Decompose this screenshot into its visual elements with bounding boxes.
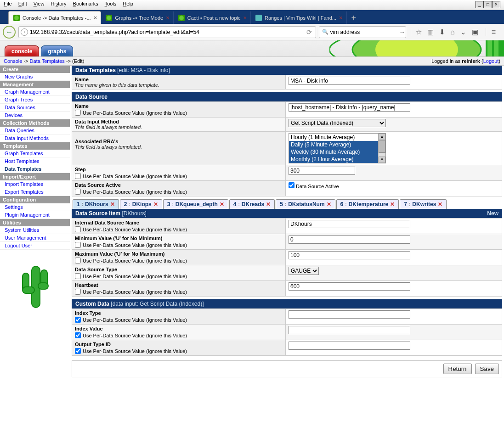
rra-option-daily[interactable]: Daily (5 Minute Average)	[289, 141, 385, 148]
sidebar-data-templates[interactable]: Data Templates	[0, 165, 70, 173]
window-close-icon[interactable]: ×	[492, 1, 500, 8]
scroll-down-icon[interactable]: ▼	[379, 157, 385, 163]
sidebar-user-management[interactable]: User Management	[0, 234, 70, 242]
checkbox-ds-active[interactable]	[289, 182, 294, 188]
sidebar-system-utilities[interactable]: System Utilities	[0, 226, 70, 234]
input-step[interactable]	[289, 167, 355, 175]
checkbox-perds-minv[interactable]	[75, 242, 81, 248]
input-index-type[interactable]	[289, 310, 410, 319]
breadcrumb-data-templates[interactable]: Data Templates	[30, 58, 65, 64]
tab-console[interactable]: console	[5, 45, 39, 56]
bookmark-star-icon[interactable]: ☆	[416, 28, 422, 36]
sidebar-settings[interactable]: Settings	[0, 203, 70, 211]
pocket-icon[interactable]: ⌄	[460, 28, 466, 36]
input-minv[interactable]	[289, 235, 410, 244]
rra-option-hourly[interactable]: Hourly (1 Minute Average)	[289, 134, 385, 141]
input-template-name[interactable]	[289, 77, 410, 85]
checkbox-perds-maxv[interactable]	[75, 258, 81, 263]
menu-help[interactable]: Help	[123, 1, 133, 9]
checkbox-perds-otid[interactable]	[75, 348, 81, 354]
checkbox-perds-active[interactable]	[75, 189, 81, 195]
checkbox-perds-idxval[interactable]	[75, 332, 81, 338]
downloads-icon[interactable]: ⬇	[439, 28, 445, 36]
menu-view[interactable]: View	[34, 1, 45, 9]
dsi-tab-7[interactable]: 7: DKwrites ✕	[400, 199, 447, 209]
save-button[interactable]: Save	[475, 364, 499, 374]
home-icon[interactable]: ⌂	[451, 28, 455, 36]
browser-tab-3[interactable]: Ranges | Vim Tips Wiki | Fand... ×	[251, 11, 347, 24]
sidebar-host-templates[interactable]: Host Templates	[0, 157, 70, 165]
close-icon[interactable]: ✕	[153, 201, 158, 207]
hamburger-menu-icon[interactable]: ≡	[486, 28, 501, 36]
checkbox-perds-name[interactable]	[75, 110, 81, 116]
new-dsi-link[interactable]: New	[487, 210, 498, 217]
dsi-tab-3[interactable]: 3: DKqueue_depth ✕	[163, 199, 228, 209]
sidebar-data-queries[interactable]: Data Queries	[0, 127, 70, 134]
bookmarks-list-icon[interactable]: ▥	[427, 28, 434, 36]
sidebar-logout-user[interactable]: Logout User	[0, 242, 70, 250]
url-bar[interactable]: i ⟳	[18, 26, 316, 38]
new-tab-icon[interactable]: +	[347, 12, 361, 24]
search-go-icon[interactable]: →	[399, 28, 406, 36]
sidebar-export-templates[interactable]: Export Templates	[0, 188, 70, 196]
menu-history[interactable]: History	[51, 1, 66, 9]
close-tab-icon[interactable]: ×	[94, 14, 97, 21]
close-tab-icon[interactable]: ×	[166, 14, 170, 21]
close-icon[interactable]: ✕	[438, 201, 442, 207]
sidebar-data-input-methods[interactable]: Data Input Methods	[0, 134, 70, 142]
sidebar-graph-management[interactable]: Graph Management	[0, 88, 70, 96]
input-hb[interactable]	[289, 282, 410, 291]
input-otid[interactable]	[289, 342, 410, 350]
browser-tab-0[interactable]: Console -> Data Templates -... ×	[8, 11, 101, 24]
scroll-up-icon[interactable]: ▲	[379, 134, 385, 140]
close-icon[interactable]: ✕	[220, 201, 224, 207]
dsi-tab-1[interactable]: 1: DKhours ✕	[73, 199, 119, 209]
select-dst[interactable]: GAUGE	[289, 267, 319, 275]
browser-tab-1[interactable]: Graphs -> Tree Mode ×	[101, 11, 173, 24]
checkbox-perds-idsn[interactable]	[75, 226, 81, 232]
checkbox-perds-step[interactable]	[75, 173, 81, 179]
sidebar-graph-trees[interactable]: Graph Trees	[0, 96, 70, 104]
browser-tab-2[interactable]: Cacti • Post a new topic ×	[174, 11, 251, 24]
rra-option-weekly[interactable]: Weekly (30 Minute Average)	[289, 148, 385, 156]
sidebar-data-sources[interactable]: Data Sources	[0, 104, 70, 112]
sidebar-devices[interactable]: Devices	[0, 112, 70, 119]
window-minimize-icon[interactable]: _	[476, 1, 484, 8]
checkbox-perds-hb[interactable]	[75, 289, 81, 295]
back-button-icon[interactable]: ←	[3, 26, 16, 39]
close-icon[interactable]: ✕	[327, 201, 331, 207]
close-tab-icon[interactable]: ×	[339, 14, 343, 21]
rra-scrollbar[interactable]: ▲ ▼	[378, 134, 385, 163]
search-input[interactable]	[330, 29, 399, 35]
tab-graphs[interactable]: graphs	[41, 45, 73, 56]
sidebar-plugin-mgmt[interactable]: Plugin Management	[0, 211, 70, 219]
input-index-value[interactable]	[289, 326, 410, 334]
screenshot-icon[interactable]: ▣	[472, 28, 478, 36]
checkbox-perds-dst[interactable]	[75, 273, 81, 279]
dsi-tab-4[interactable]: 4: DKreads ✕	[229, 199, 275, 209]
input-ds-name[interactable]	[289, 103, 410, 112]
breadcrumb-console[interactable]: Console	[4, 58, 22, 64]
reload-icon[interactable]: ⟳	[305, 28, 314, 36]
window-maximize-icon[interactable]: □	[484, 1, 492, 8]
url-input[interactable]	[30, 29, 305, 35]
search-bar[interactable]: 🔍 →	[319, 26, 406, 38]
sidebar-import-templates[interactable]: Import Templates	[0, 180, 70, 188]
input-idsn[interactable]	[289, 220, 410, 228]
select-data-input-method[interactable]: Get Script Data (Indexed)	[289, 119, 386, 127]
input-maxv[interactable]	[289, 251, 410, 259]
close-tab-icon[interactable]: ×	[243, 14, 247, 21]
dsi-tab-2[interactable]: 2: DKiops ✕	[120, 199, 162, 209]
menu-tools[interactable]: Tools	[105, 1, 117, 9]
close-icon[interactable]: ✕	[390, 201, 395, 207]
menu-file[interactable]: File	[4, 1, 12, 9]
menu-edit[interactable]: Edit	[18, 1, 27, 9]
return-button[interactable]: Return	[443, 364, 472, 374]
dsi-tab-6[interactable]: 6: DKtemperature ✕	[336, 199, 399, 209]
close-icon[interactable]: ✕	[266, 201, 271, 207]
rra-option-monthly[interactable]: Monthly (2 Hour Average)	[289, 156, 385, 163]
logout-link[interactable]: Logout	[483, 58, 499, 64]
dsi-tab-5[interactable]: 5: DKstatusNum ✕	[276, 199, 335, 209]
info-icon[interactable]: i	[21, 28, 28, 36]
close-icon[interactable]: ✕	[110, 201, 115, 207]
